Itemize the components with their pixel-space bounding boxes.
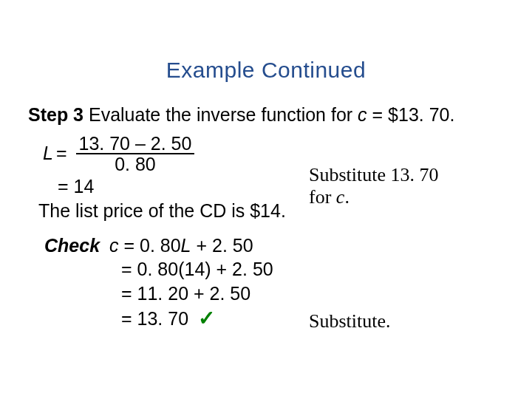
slide-body: Step 3 Evaluate the inverse function for… xyxy=(0,103,532,332)
step-line: Step 3 Evaluate the inverse function for… xyxy=(28,103,510,128)
check-line-1: Check c = 0. 80L + 2. 50 xyxy=(44,233,510,258)
check-var-l: L xyxy=(181,235,191,256)
note1-var-c: c xyxy=(336,186,345,208)
check-var-c: c xyxy=(109,235,119,256)
check-l1-pre xyxy=(104,235,109,256)
step-var-c: c xyxy=(358,104,367,125)
check-block: Check c = 0. 80L + 2. 50 = 0. 80(14) + 2… xyxy=(28,233,510,332)
check-line-3: = 11. 20 + 2. 50 xyxy=(44,282,510,306)
fraction-denominator: 0. 80 xyxy=(115,154,156,174)
note-substitute-value: Substitute 13. 70 for c. xyxy=(309,164,439,208)
check-label: Check xyxy=(44,235,100,256)
note1-line2b: . xyxy=(344,186,349,208)
check-line-4: = 13. 70 ✓ xyxy=(44,305,510,332)
check-l1-post: + 2. 50 xyxy=(191,235,253,256)
equals-sign: = xyxy=(56,142,67,165)
note1-line1: Substitute 13. 70 xyxy=(309,164,439,185)
fraction-numerator: 13. 70 – 2. 50 xyxy=(76,134,195,154)
check-icon: ✓ xyxy=(198,307,215,330)
step-text-after: = $13. 70. xyxy=(367,104,455,125)
slide-title: Example Continued xyxy=(0,0,532,103)
check-line-2: = 0. 80(14) + 2. 50 xyxy=(44,257,510,282)
fraction: 13. 70 – 2. 50 0. 80 xyxy=(76,134,195,174)
step-label: Step 3 xyxy=(28,104,83,125)
step-text-before: Evaluate the inverse function for xyxy=(83,104,358,125)
check-line-4-text: = 13. 70 xyxy=(121,308,188,329)
lvar: L xyxy=(43,142,53,165)
note-substitute: Substitute. xyxy=(309,310,391,332)
check-l1-mid: = 0. 80 xyxy=(119,235,181,256)
slide: Example Continued Step 3 Evaluate the in… xyxy=(0,0,532,399)
note1-line2a: for xyxy=(309,186,336,208)
